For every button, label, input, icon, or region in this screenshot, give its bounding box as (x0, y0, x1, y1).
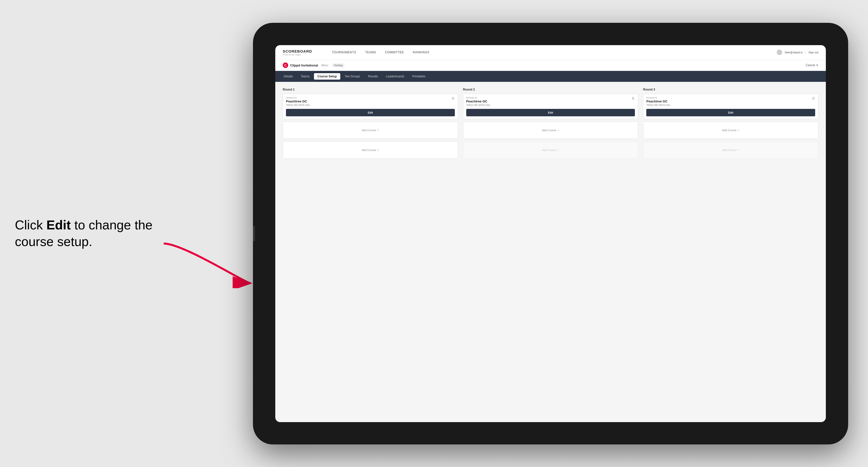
round-3-add-course-1[interactable]: Add Course + (643, 122, 818, 139)
round-3-add-course-1-text: Add Course + (722, 128, 740, 132)
tab-printables[interactable]: Printables (409, 73, 429, 80)
add-course-label-3-1: Add Course (722, 129, 737, 132)
round-2-delete-icon[interactable]: 🗑 (631, 96, 635, 100)
round-3-course-details: Yellow (M) (6629 yds) (646, 104, 670, 106)
round-1-card-header: (Course A) Peachtree GC Yellow (M) (6629… (286, 96, 455, 109)
round-1-add-course-2-text: Add Course + (362, 148, 379, 152)
round-1-course-card: (Course A) Peachtree GC Yellow (M) (6629… (283, 94, 458, 119)
tab-tee-groups[interactable]: Tee Groups (341, 73, 364, 80)
plus-icon-1-2: + (377, 148, 379, 152)
tab-course-setup[interactable]: Course Setup (314, 73, 340, 80)
logo-area: SCOREBOARD Powered by clippd (283, 49, 312, 56)
add-course-label-3-2: Add Course (722, 149, 737, 152)
cancel-label: Cancel (806, 63, 815, 67)
instruction-bold: Edit (46, 218, 71, 232)
tab-nav: Details Teams Course Setup Tee Groups Re… (275, 71, 826, 82)
plus-icon-3-1: + (738, 128, 740, 132)
round-1-edit-button[interactable]: Edit (286, 109, 455, 116)
sub-header: C Clippd Invitational (Men) Hosting Canc… (275, 60, 826, 71)
round-3-column: Round 3 (Course A) Peachtree GC Yellow (… (643, 88, 818, 161)
round-3-course-card: (Course A) Peachtree GC Yellow (M) (6629… (643, 94, 818, 119)
round-3-course-label: (Course A) (646, 96, 670, 99)
round-2-course-card: (Course A) Peachtree GC Yellow (M) (6629… (463, 94, 638, 119)
cancel-x-icon: ✕ (816, 63, 818, 67)
round-3-header: Round 3 (643, 88, 818, 91)
add-course-label-2-2: Add Course (542, 149, 556, 152)
plus-icon-3-2: + (738, 148, 740, 152)
round-3-edit-button[interactable]: Edit (646, 109, 815, 116)
round-2-edit-button[interactable]: Edit (466, 109, 635, 116)
round-2-add-course-1-text: Add Course + (542, 128, 559, 132)
round-2-add-course-2: Add Course + (463, 142, 638, 159)
nav-committee[interactable]: COMMITTEE (385, 51, 404, 54)
tab-details[interactable]: Details (280, 73, 297, 80)
logo-text: SCOREBOARD (283, 49, 312, 53)
round-2-course-details: Yellow (M) (6629 yds) (466, 104, 490, 106)
tournament-name: Clippd Invitational (290, 63, 318, 67)
round-1-delete-icon[interactable]: 🗑 (452, 96, 455, 100)
side-button (253, 226, 255, 241)
tablet-screen: SCOREBOARD Powered by clippd TOURNAMENTS… (275, 45, 826, 422)
main-content: Round 1 (Course A) Peachtree GC Yellow (… (275, 82, 826, 422)
tablet-frame: SCOREBOARD Powered by clippd TOURNAMENTS… (253, 23, 848, 444)
logo-sub: Powered by clippd (283, 54, 312, 56)
round-2-course-label: (Course A) (466, 96, 490, 99)
round-2-header: Round 2 (463, 88, 638, 91)
hosting-badge: Hosting (332, 63, 344, 67)
round-1-header: Round 1 (283, 88, 458, 91)
round-1-column: Round 1 (Course A) Peachtree GC Yellow (… (283, 88, 458, 161)
nav-separator: | (805, 51, 806, 54)
tournament-gender: (Men) (321, 64, 328, 67)
arrow-indicator (159, 239, 258, 288)
round-2-column: Round 2 (Course A) Peachtree GC Yellow (… (463, 88, 638, 161)
round-1-add-course-1-text: Add Course + (362, 128, 379, 132)
sign-out-link[interactable]: Sign out (808, 51, 818, 54)
main-nav: TOURNAMENTS TEAMS COMMITTEE RANKINGS (332, 51, 429, 54)
instruction-text: Click Edit to change the course setup. (15, 217, 154, 250)
plus-icon-2-2: + (557, 148, 559, 152)
round-2-add-course-2-text: Add Course + (542, 148, 559, 152)
clippd-logo: C (283, 62, 288, 68)
user-email: blair@clippd.io (785, 51, 803, 54)
nav-teams[interactable]: TEAMS (365, 51, 376, 54)
add-course-label-2-1: Add Course (542, 129, 556, 132)
round-2-add-course-1[interactable]: Add Course + (463, 122, 638, 139)
round-3-card-header: (Course A) Peachtree GC Yellow (M) (6629… (646, 96, 815, 109)
round-1-course-details: Yellow (M) (6629 yds) (286, 104, 310, 106)
round-2-course-name: Peachtree GC (466, 99, 490, 103)
user-avatar (777, 50, 782, 55)
top-nav: SCOREBOARD Powered by clippd TOURNAMENTS… (275, 45, 826, 60)
sub-header-left: C Clippd Invitational (Men) Hosting (283, 62, 344, 68)
round-3-add-course-2: Add Course + (643, 142, 818, 159)
plus-icon-1-1: + (377, 128, 379, 132)
tab-results[interactable]: Results (365, 73, 381, 80)
nav-right: blair@clippd.io | Sign out (777, 50, 818, 55)
round-1-course-label: (Course A) (286, 96, 310, 99)
round-1-add-course-1[interactable]: Add Course + (283, 122, 458, 139)
round-3-course-name: Peachtree GC (646, 99, 670, 103)
nav-tournaments[interactable]: TOURNAMENTS (332, 51, 356, 54)
tab-leaderboards[interactable]: Leaderboards (382, 73, 408, 80)
tab-teams[interactable]: Teams (297, 73, 313, 80)
round-1-course-name: Peachtree GC (286, 99, 310, 103)
cancel-button[interactable]: Cancel ✕ (806, 63, 818, 67)
round-1-add-course-2[interactable]: Add Course + (283, 142, 458, 159)
round-2-card-header: (Course A) Peachtree GC Yellow (M) (6629… (466, 96, 635, 109)
add-course-label-1-2: Add Course (362, 149, 376, 152)
round-3-delete-icon[interactable]: 🗑 (812, 96, 815, 100)
nav-rankings[interactable]: RANKINGS (413, 51, 430, 54)
instruction-before: Click (15, 218, 46, 232)
rounds-grid: Round 1 (Course A) Peachtree GC Yellow (… (283, 88, 818, 161)
add-course-label-1-1: Add Course (362, 129, 376, 132)
round-3-add-course-2-text: Add Course + (722, 148, 740, 152)
plus-icon-2-1: + (557, 128, 559, 132)
